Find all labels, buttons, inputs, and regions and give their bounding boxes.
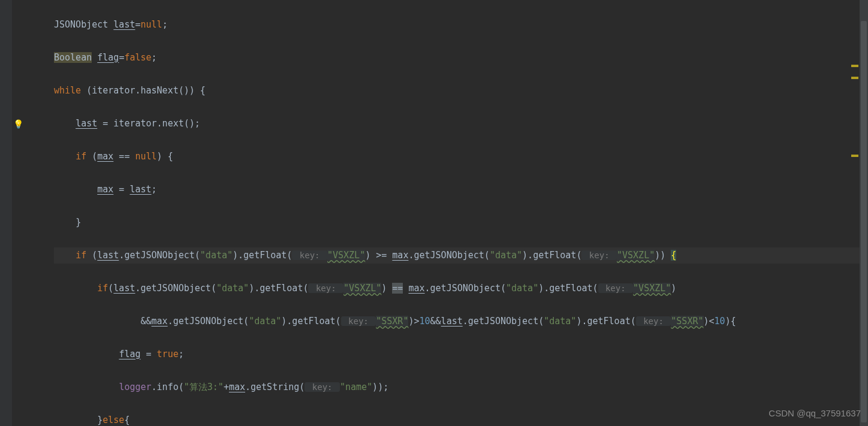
code-line: } bbox=[54, 214, 868, 231]
code-line-highlighted: if (last.getJSONObject("data").getFloat(… bbox=[54, 247, 868, 264]
code-line: flag = true; bbox=[54, 346, 868, 363]
code-line: Boolean flag=false; bbox=[54, 50, 868, 67]
code-line: if(last.getJSONObject("data").getFloat( … bbox=[54, 280, 868, 297]
watermark: CSDN @qq_37591637 bbox=[768, 405, 861, 422]
scroll-marker[interactable] bbox=[851, 65, 858, 67]
vertical-scrollbar[interactable] bbox=[860, 0, 868, 426]
code-line: JSONObject last=null; bbox=[54, 17, 868, 34]
code-line: while (iterator.hasNext()) { bbox=[54, 83, 868, 99]
code-line: max = last; bbox=[54, 182, 868, 198]
code-line: &&max.getJSONObject("data").getFloat( ke… bbox=[54, 313, 868, 330]
lightbulb-icon[interactable]: 💡 bbox=[13, 116, 23, 133]
code-line: if (max == null) { bbox=[54, 149, 868, 165]
code-content[interactable]: JSONObject last=null; Boolean flag=false… bbox=[12, 0, 868, 426]
scroll-marker[interactable] bbox=[851, 77, 858, 79]
scroll-marker[interactable] bbox=[851, 155, 858, 157]
code-editor[interactable]: 💡 JSONObject last=null; Boolean flag=fal… bbox=[0, 0, 868, 426]
code-line: }else{ bbox=[54, 412, 868, 427]
gutter bbox=[0, 0, 12, 426]
scrollbar-thumb[interactable] bbox=[861, 21, 867, 422]
code-line: logger.info("算法3:"+max.getString( key: "… bbox=[54, 379, 868, 396]
code-line: last = iterator.next(); bbox=[54, 116, 868, 132]
